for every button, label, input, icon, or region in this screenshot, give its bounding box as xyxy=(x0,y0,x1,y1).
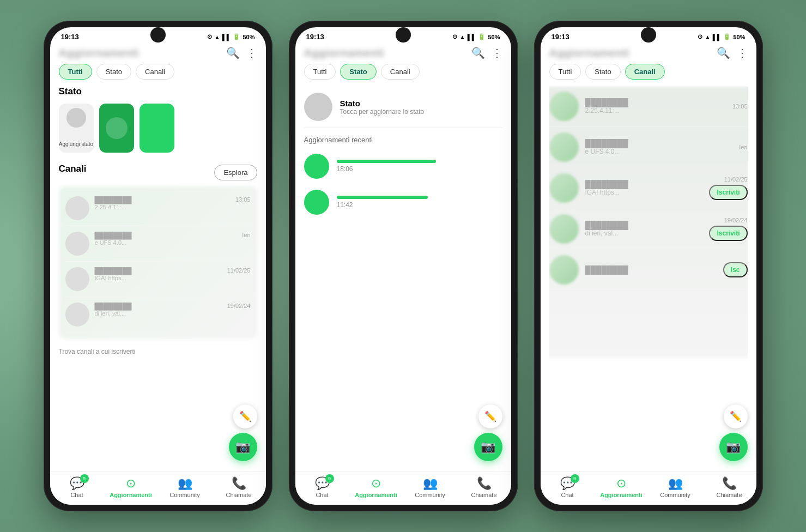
canali-item-3-2[interactable]: ████████ e UFS 4.0... Ieri xyxy=(549,127,748,168)
nav-updates-2[interactable]: ⊙ Aggiornamenti xyxy=(349,476,403,498)
phone-screen-3: 19:13 ⊙ ▲ ▌▌ 🔋 50% Aggiornamenti 🔍 ⋮ xyxy=(541,27,756,505)
canali-info-3-2: ████████ e UFS 4.0... xyxy=(585,139,740,155)
nav-calls-icon-1: 📞 xyxy=(232,476,246,491)
nav-calls-3[interactable]: 📞 Chiamate xyxy=(702,476,756,498)
update-time-1: 18:06 xyxy=(337,165,502,173)
canali-time-3-2: Ieri xyxy=(739,144,747,150)
nav-chat-3[interactable]: 💬9 Chat xyxy=(541,476,595,498)
battery-icon-2: 🔋 xyxy=(478,33,486,40)
stato-info: Stato Tocca per aggiornare lo stato xyxy=(340,99,425,116)
status-time-2: 19:13 xyxy=(306,33,324,41)
story-inner-1 xyxy=(106,117,128,139)
wifi-icon-3: ▲ xyxy=(705,34,711,40)
fab-pencil-1[interactable]: ✏️ xyxy=(233,404,257,428)
nav-calls-icon-2: 📞 xyxy=(477,476,492,491)
tab-tutti-3[interactable]: Tutti xyxy=(549,64,581,80)
ch-info-4: ████████ 19/02/24 di ieri, val... xyxy=(95,303,251,317)
canali-name-3-5: ████████ xyxy=(585,265,723,274)
header-actions-3: 🔍 ⋮ xyxy=(717,46,748,59)
canali-info-3-4: ████████ di ieri, val... xyxy=(585,221,710,237)
nav-community-3[interactable]: 👥 Community xyxy=(649,476,702,498)
status-icons-1: ⊙ ▲ ▌▌ 🔋 50% xyxy=(207,33,255,40)
story-avatar-1 xyxy=(99,104,134,153)
ch-info-3: ████████ 11/02/25 IGA! https... xyxy=(95,267,251,281)
ch-avatar-1 xyxy=(65,196,89,220)
fab-pencil-2[interactable]: ✏️ xyxy=(478,404,502,428)
screen-icon-2: ⊙ xyxy=(452,33,457,40)
ch-time-2: Ieri xyxy=(242,232,250,239)
search-icon-3[interactable]: 🔍 xyxy=(717,46,730,59)
canali-av-3-3 xyxy=(549,173,579,203)
tab-canali-1[interactable]: Canali xyxy=(136,64,174,80)
canali-right-3-4: 19/02/24 Iscriviti xyxy=(709,217,747,241)
stato-header-item[interactable]: Stato Tocca per aggiornare lo stato xyxy=(304,86,502,128)
tab-canali-3[interactable]: Canali xyxy=(625,64,665,80)
canali-item-3-4[interactable]: ████████ di ieri, val... 19/02/24 Iscriv… xyxy=(549,209,748,250)
bottom-nav-1: 💬9 Chat ⊙ Aggiornamenti 👥 Community 📞 Ch… xyxy=(50,471,266,505)
canali-time-3-1: 13:05 xyxy=(732,103,748,110)
nav-community-label-1: Community xyxy=(169,492,200,498)
channel-row-4: ████████ 19/02/24 di ieri, val... xyxy=(65,297,251,332)
ch-avatar-2 xyxy=(65,232,89,256)
stato-avatar xyxy=(304,93,332,121)
ch-avatar-3 xyxy=(65,267,89,291)
nav-community-icon-3: 👥 xyxy=(668,476,683,491)
canali-item-3-5[interactable]: ████████ Isc xyxy=(549,250,748,291)
ch-top-1: ████████ 13:05 xyxy=(95,196,251,204)
esplora-button-1[interactable]: Esplora xyxy=(214,165,257,180)
signal-icon-3: ▌▌ xyxy=(713,34,722,40)
story-2[interactable] xyxy=(140,104,174,153)
tab-canali-2[interactable]: Canali xyxy=(381,64,420,80)
update-avatar-1 xyxy=(304,154,329,179)
phone-screen-1: 19:13 ⊙ ▲ ▌▌ 🔋 50% Aggiornamenti 🔍 ⋮ xyxy=(50,27,266,505)
app-header-1: Aggiornamenti 🔍 ⋮ xyxy=(50,43,266,64)
nav-community-1[interactable]: 👥 Community xyxy=(158,476,212,498)
iscriviti-btn-3-1[interactable]: Iscriviti xyxy=(709,185,747,200)
nav-calls-1[interactable]: 📞 Chiamate xyxy=(212,476,266,498)
nav-updates-1[interactable]: ⊙ Aggiornamenti xyxy=(104,476,158,498)
nav-chat-1[interactable]: 💬9 Chat xyxy=(50,476,104,498)
nav-updates-icon-1: ⊙ xyxy=(126,476,136,491)
tab-tutti-1[interactable]: Tutti xyxy=(59,64,92,80)
update-item-1[interactable]: 18:06 xyxy=(304,148,502,184)
story-1[interactable] xyxy=(99,104,134,153)
story-add-avatar: Aggiungi stato xyxy=(59,104,94,153)
nav-community-2[interactable]: 👥 Community xyxy=(403,476,457,498)
screen-icon-1: ⊙ xyxy=(207,33,212,40)
ch-name-4: ████████ xyxy=(95,303,132,310)
tab-tutti-2[interactable]: Tutti xyxy=(304,64,336,80)
tab-stato-3[interactable]: Stato xyxy=(585,64,620,80)
wifi-icon-1: ▲ xyxy=(214,34,220,40)
fab-camera-2[interactable]: 📷 xyxy=(474,433,502,461)
nav-updates-3[interactable]: ⊙ Aggiornamenti xyxy=(595,476,649,498)
iscriviti-btn-3-3[interactable]: Isc xyxy=(723,262,748,277)
tab-stato-2[interactable]: Stato xyxy=(340,64,377,80)
update-time-2: 11:42 xyxy=(337,201,502,209)
ch-top-4: ████████ 19/02/24 xyxy=(95,303,251,310)
tab-stato-1[interactable]: Stato xyxy=(96,64,131,80)
story-add-item[interactable]: Aggiungi stato xyxy=(59,104,94,153)
fab-camera-3[interactable]: 📷 xyxy=(719,433,748,461)
canali-item-3-1[interactable]: ████████ 2.25.4.11:... 13:05 xyxy=(549,86,748,127)
menu-icon-2[interactable]: ⋮ xyxy=(492,46,502,59)
fab-pencil-3[interactable]: ✏️ xyxy=(724,404,748,428)
fab-camera-1[interactable]: 📷 xyxy=(229,433,257,461)
menu-icon-1[interactable]: ⋮ xyxy=(246,46,257,59)
update-item-2[interactable]: 11:42 xyxy=(304,184,502,220)
ch-prev-3: IGA! https... xyxy=(95,275,251,281)
menu-icon-3[interactable]: ⋮ xyxy=(737,46,748,59)
nav-calls-2[interactable]: 📞 Chiamate xyxy=(457,476,511,498)
canali-info-3-3: ████████ IGA! https... xyxy=(585,180,710,196)
nav-updates-icon-3: ⊙ xyxy=(616,476,626,491)
canali-item-3-3[interactable]: ████████ IGA! https... 11/02/25 Iscrivit… xyxy=(549,168,748,209)
nav-chat-2[interactable]: 💬9 Chat xyxy=(295,476,349,498)
phone-frame-1: 19:13 ⊙ ▲ ▌▌ 🔋 50% Aggiornamenti 🔍 ⋮ xyxy=(44,21,272,511)
canali-info-3-1: ████████ 2.25.4.11:... xyxy=(585,98,732,114)
phone-2: 19:13 ⊙ ▲ ▌▌ 🔋 50% Aggiornamenti 🔍 ⋮ xyxy=(289,21,518,511)
canali-right-3-3: 11/02/25 Iscriviti xyxy=(709,176,747,200)
search-icon-1[interactable]: 🔍 xyxy=(226,46,240,59)
story-add-circle xyxy=(66,108,86,128)
search-icon-2[interactable]: 🔍 xyxy=(471,46,485,59)
canali-container-1: ████████ 13:05 2.25.4.11:... ████████ xyxy=(59,186,257,339)
iscriviti-btn-3-2[interactable]: Iscriviti xyxy=(709,226,747,241)
